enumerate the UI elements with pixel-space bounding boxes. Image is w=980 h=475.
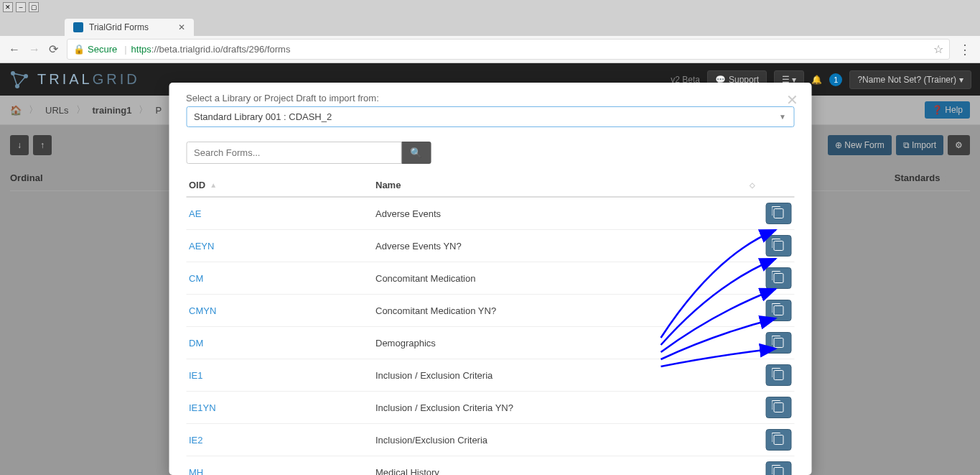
forward-button: →	[29, 43, 40, 56]
url-protocol: https	[131, 44, 151, 55]
sort-icon: ◇	[750, 181, 755, 189]
search-button[interactable]: 🔍	[401, 142, 431, 164]
forms-table: OID ▲ Name ◇ AEAdverse EventsAEYNAdverse…	[186, 174, 794, 191]
library-selected: Standard Library 001 : CDASH_2	[194, 111, 332, 122]
logo-text: TRIALGRID	[37, 71, 140, 88]
tab-favicon-icon	[73, 22, 83, 32]
sort-asc-icon: ▲	[210, 181, 217, 189]
browser-tab[interactable]: TrialGrid Forms ✕	[65, 19, 194, 36]
search-input[interactable]	[186, 142, 401, 164]
import-modal: ✕ Select a Library or Project Draft to i…	[169, 83, 811, 191]
window-titlebar: ✕ – ▢	[0, 0, 980, 14]
svg-line-3	[13, 73, 26, 76]
back-button[interactable]: ←	[9, 43, 20, 56]
window-maximize-icon[interactable]: ▢	[29, 2, 39, 12]
browser-tab-bar: TrialGrid Forms ✕	[0, 14, 980, 36]
svg-line-4	[17, 76, 26, 86]
logo-icon	[9, 69, 30, 91]
modal-label: Select a Library or Project Draft to imp…	[186, 93, 794, 103]
browser-url-bar: ← → ⟳ 🔒 Secure | https ://beta.trialgrid…	[0, 36, 980, 63]
notification-count[interactable]: 1	[829, 73, 842, 86]
col-name[interactable]: Name ◇	[375, 180, 755, 190]
url-input[interactable]: 🔒 Secure | https ://beta.trialgrid.io/dr…	[67, 39, 950, 60]
browser-menu-icon[interactable]: ⋮	[958, 42, 971, 57]
close-icon[interactable]: ✕	[786, 91, 798, 109]
svg-line-5	[13, 73, 17, 86]
tab-title: TrialGrid Forms	[89, 22, 149, 32]
tab-close-icon[interactable]: ✕	[178, 22, 185, 32]
col-oid[interactable]: OID ▲	[189, 180, 375, 190]
lock-icon: 🔒	[73, 44, 85, 55]
library-select[interactable]: Standard Library 001 : CDASH_2 ▼	[186, 106, 794, 127]
chevron-down-icon: ▼	[779, 113, 786, 121]
window-minimize-icon[interactable]: –	[16, 2, 26, 12]
user-menu[interactable]: ?Name Not Set? (Trainer) ▾	[849, 70, 971, 89]
secure-label: Secure	[88, 44, 117, 55]
bookmark-icon[interactable]: ☆	[933, 42, 943, 56]
reload-button[interactable]: ⟳	[49, 42, 58, 56]
bell-icon[interactable]: 🔔	[811, 75, 822, 85]
url-path: ://beta.trialgrid.io/drafts/296/forms	[151, 44, 291, 55]
window-close-icon[interactable]: ✕	[3, 2, 13, 12]
logo[interactable]: TRIALGRID	[9, 69, 140, 91]
